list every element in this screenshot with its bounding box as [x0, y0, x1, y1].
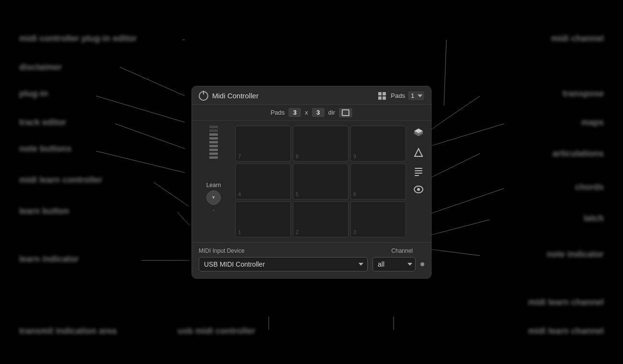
right-icons	[411, 126, 426, 237]
panel-body: Learn ▾ - 7 8 9 4 5 6 1 2 3	[192, 121, 431, 242]
pads-cols-value[interactable]: 3	[288, 108, 301, 117]
bg-label-midi-learn: midi learn controller	[19, 175, 102, 185]
pad-1[interactable]: 1	[235, 201, 291, 237]
view-icon[interactable]	[413, 185, 424, 194]
bg-label-usb-midi: usb midi controller	[178, 326, 255, 336]
midi-input-label: MIDI Input Device	[199, 247, 244, 254]
bg-label-transmit: transmit indication area	[19, 326, 117, 336]
meter-bar-2	[209, 129, 218, 132]
svg-rect-21	[415, 168, 422, 169]
svg-rect-23	[415, 173, 422, 174]
bg-label-latch: latch	[584, 213, 604, 223]
meter-bar-5	[209, 141, 218, 143]
left-panel: Learn ▾ -	[197, 126, 230, 237]
meter-bar-3	[209, 133, 218, 136]
bg-label-note-buttons: note buttons	[19, 144, 72, 154]
learn-button[interactable]: ▾	[206, 190, 221, 205]
svg-line-13	[431, 220, 490, 235]
x-label: x	[305, 109, 308, 116]
svg-line-6	[178, 212, 190, 225]
panel-title: Midi Controller	[212, 92, 259, 100]
bg-label-disclaimer: disclaimer	[19, 62, 62, 72]
svg-line-3	[115, 124, 185, 149]
transpose-icon[interactable]	[414, 147, 423, 157]
svg-marker-20	[415, 149, 422, 156]
bg-label-maps: maps	[581, 117, 604, 128]
svg-line-9	[431, 96, 480, 129]
dir-label: dir	[328, 109, 335, 116]
svg-line-12	[431, 188, 504, 213]
pads-grid: 7 8 9 4 5 6 1 2 3	[235, 126, 406, 237]
learn-label: Learn	[206, 182, 221, 188]
level-meter	[208, 126, 219, 159]
svg-line-10	[430, 124, 504, 146]
svg-line-8	[444, 40, 446, 106]
pad-8[interactable]: 8	[293, 126, 348, 162]
panel-header: Midi Controller Pads 1 2 3 4	[192, 86, 431, 105]
meter-bar-6	[209, 145, 218, 147]
midi-device-select[interactable]: USB MIDI Controller	[199, 257, 368, 271]
svg-line-1	[120, 67, 185, 96]
bg-label-note-indicator: note indicator	[547, 249, 604, 259]
chevron-down-icon: ▾	[212, 194, 215, 200]
pad-6[interactable]: 6	[350, 164, 406, 200]
svg-rect-22	[415, 170, 422, 171]
svg-point-26	[417, 188, 420, 191]
channel-label: Channel	[391, 247, 413, 254]
articulations-icon[interactable]	[413, 166, 424, 176]
sub-pads-label: Pads	[271, 109, 285, 116]
meter-bar-8	[209, 153, 218, 155]
bg-label-title: midi controller plug-in editor	[19, 34, 137, 44]
pad-3[interactable]: 3	[350, 201, 406, 237]
footer-labels: MIDI Input Device Channel	[199, 247, 424, 254]
sub-header: Pads 3 x 3 dir	[192, 105, 431, 121]
meter-bar-9	[209, 156, 218, 159]
svg-line-2	[96, 96, 185, 122]
footer-controls: USB MIDI Controller all 123 456 789 1011…	[199, 257, 424, 271]
midi-panel: Midi Controller Pads 1 2 3 4	[192, 86, 431, 279]
power-icon[interactable]	[199, 91, 208, 101]
bg-label-plugin: plug-in	[19, 89, 48, 99]
bg-label-midi-channel: midi channel	[551, 34, 604, 44]
header-right: Pads 1 2 3 4	[378, 91, 424, 100]
svg-line-4	[96, 151, 185, 173]
meter-bar-1	[209, 126, 218, 128]
bg-label-midi-learn-ch-r: midi learn channel	[528, 297, 604, 307]
svg-line-5	[154, 182, 189, 206]
pad-7[interactable]: 7	[235, 126, 291, 162]
pad-9[interactable]: 9	[350, 126, 406, 162]
pad-4[interactable]: 4	[235, 164, 291, 200]
dash-label: -	[213, 207, 215, 213]
meter-bar-7	[209, 149, 218, 151]
meter-bar-4	[209, 137, 218, 140]
pads-rows-value[interactable]: 3	[312, 108, 324, 117]
pads-selector-label: Pads	[391, 92, 405, 99]
bg-label-transpose: transpose	[563, 89, 604, 99]
bg-label-learn-indicator: learn indicator	[19, 254, 79, 264]
pad-2[interactable]: 2	[293, 201, 348, 237]
dir-icon	[342, 109, 349, 116]
learn-section: Learn ▾ -	[206, 182, 221, 213]
bg-label-articulations: articulations	[552, 149, 604, 159]
panel-wrapper: Midi Controller Pads 1 2 3 4	[192, 86, 431, 279]
svg-rect-24	[415, 175, 419, 176]
grid-icon[interactable]	[378, 92, 386, 100]
pads-selector: Pads 1 2 3 4	[391, 91, 424, 100]
layers-icon[interactable]	[413, 128, 424, 138]
pads-dropdown[interactable]: 1 2 3 4	[408, 91, 424, 100]
dir-button[interactable]	[339, 108, 352, 117]
channel-select[interactable]: all 123 456 789 101112 131415 16	[372, 257, 416, 271]
pad-5[interactable]: 5	[293, 164, 348, 200]
svg-line-11	[431, 153, 480, 177]
bg-label-chords: chords	[575, 182, 604, 192]
header-left: Midi Controller	[199, 91, 259, 101]
svg-line-14	[431, 249, 480, 256]
bg-label-track-editor: track editor	[19, 117, 66, 128]
bg-label-midi-learn-ch-b: midi learn channel	[528, 326, 604, 336]
bg-label-learn-button: learn button	[19, 206, 69, 216]
panel-footer: MIDI Input Device Channel USB MIDI Contr…	[192, 242, 431, 278]
channel-dot	[420, 262, 424, 266]
